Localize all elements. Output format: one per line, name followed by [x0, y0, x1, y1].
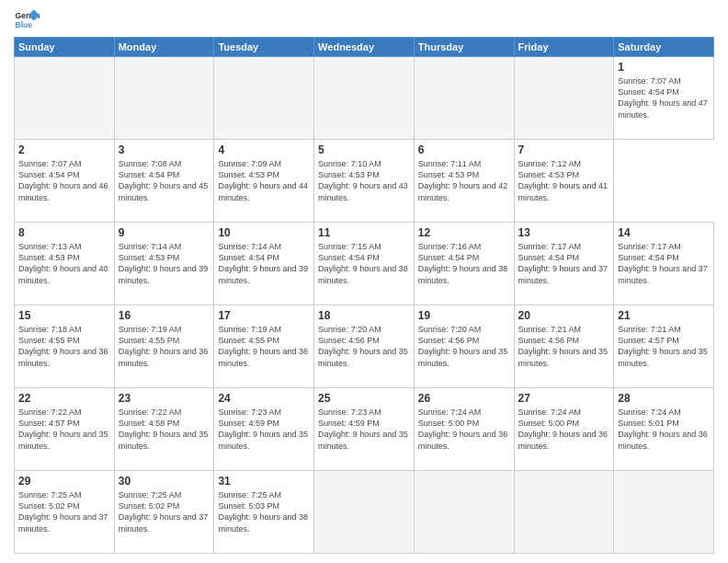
day-info: Sunrise: 7:21 AMSunset: 4:56 PMDaylight:… — [518, 324, 610, 369]
day-number: 4 — [218, 143, 310, 157]
day-number: 13 — [518, 225, 610, 240]
day-number: 19 — [418, 308, 510, 323]
calendar-day-3: 3Sunrise: 7:08 AMSunset: 4:54 PMDaylight… — [114, 140, 214, 223]
calendar-day-26: 26Sunrise: 7:24 AMSunset: 5:00 PMDayligh… — [414, 388, 514, 471]
column-header-thursday: Thursday — [414, 38, 514, 57]
day-info: Sunrise: 7:22 AMSunset: 4:58 PMDaylight:… — [119, 407, 210, 452]
day-info: Sunrise: 7:21 AMSunset: 4:57 PMDaylight:… — [618, 324, 710, 369]
calendar-day-7: 7Sunrise: 7:12 AMSunset: 4:53 PMDaylight… — [514, 140, 614, 223]
calendar-day-8: 8Sunrise: 7:13 AMSunset: 4:53 PMDaylight… — [15, 223, 115, 305]
day-number: 10 — [218, 225, 310, 240]
empty-cell — [614, 471, 714, 554]
calendar-day-9: 9Sunrise: 7:14 AMSunset: 4:53 PMDaylight… — [114, 223, 214, 305]
day-number: 2 — [18, 143, 110, 157]
day-info: Sunrise: 7:22 AMSunset: 4:57 PMDaylight:… — [18, 407, 110, 452]
day-number: 1 — [618, 60, 710, 75]
empty-cell — [114, 57, 214, 140]
header: General Blue — [14, 9, 714, 31]
column-header-sunday: Sunday — [15, 38, 115, 57]
day-number: 9 — [119, 225, 210, 240]
day-number: 24 — [218, 391, 310, 406]
day-info: Sunrise: 7:24 AMSunset: 5:00 PMDaylight:… — [418, 407, 510, 452]
day-number: 3 — [119, 143, 210, 157]
day-info: Sunrise: 7:16 AMSunset: 4:54 PMDaylight:… — [418, 241, 510, 286]
day-info: Sunrise: 7:13 AMSunset: 4:53 PMDaylight:… — [18, 241, 110, 286]
calendar-week-1: 1Sunrise: 7:07 AMSunset: 4:54 PMDaylight… — [15, 57, 714, 140]
calendar-day-17: 17Sunrise: 7:19 AMSunset: 4:55 PMDayligh… — [214, 305, 314, 388]
day-number: 8 — [18, 225, 110, 240]
day-info: Sunrise: 7:19 AMSunset: 4:55 PMDaylight:… — [218, 324, 310, 369]
empty-cell — [414, 471, 514, 554]
day-number: 23 — [119, 391, 210, 406]
day-number: 20 — [518, 308, 610, 323]
day-info: Sunrise: 7:15 AMSunset: 4:54 PMDaylight:… — [318, 241, 410, 286]
day-info: Sunrise: 7:25 AMSunset: 5:02 PMDaylight:… — [18, 489, 110, 534]
calendar-day-19: 19Sunrise: 7:20 AMSunset: 4:56 PMDayligh… — [414, 305, 514, 388]
day-number: 27 — [518, 391, 610, 406]
empty-cell — [414, 57, 514, 140]
logo: General Blue — [14, 9, 43, 31]
calendar-day-24: 24Sunrise: 7:23 AMSunset: 4:59 PMDayligh… — [214, 388, 314, 471]
calendar-day-20: 20Sunrise: 7:21 AMSunset: 4:56 PMDayligh… — [514, 305, 614, 388]
calendar-day-21: 21Sunrise: 7:21 AMSunset: 4:57 PMDayligh… — [614, 305, 714, 388]
calendar-week-6: 29Sunrise: 7:25 AMSunset: 5:02 PMDayligh… — [15, 471, 714, 554]
calendar-day-25: 25Sunrise: 7:23 AMSunset: 4:59 PMDayligh… — [314, 388, 415, 471]
calendar-week-5: 22Sunrise: 7:22 AMSunset: 4:57 PMDayligh… — [15, 388, 714, 471]
day-number: 5 — [318, 143, 410, 157]
calendar-week-4: 15Sunrise: 7:18 AMSunset: 4:55 PMDayligh… — [15, 305, 714, 388]
day-number: 14 — [618, 225, 710, 240]
empty-cell — [514, 57, 614, 140]
day-info: Sunrise: 7:24 AMSunset: 5:01 PMDaylight:… — [618, 407, 710, 452]
calendar-day-6: 6Sunrise: 7:11 AMSunset: 4:53 PMDaylight… — [414, 140, 514, 223]
day-number: 7 — [518, 143, 610, 157]
day-number: 29 — [18, 474, 110, 488]
empty-cell — [514, 471, 614, 554]
day-info: Sunrise: 7:14 AMSunset: 4:53 PMDaylight:… — [119, 241, 210, 286]
day-number: 26 — [418, 391, 510, 406]
calendar-week-3: 8Sunrise: 7:13 AMSunset: 4:53 PMDaylight… — [15, 223, 714, 305]
calendar-day-31: 31Sunrise: 7:25 AMSunset: 5:03 PMDayligh… — [214, 471, 314, 554]
empty-cell — [314, 471, 415, 554]
day-number: 18 — [318, 308, 410, 323]
day-number: 21 — [618, 308, 710, 323]
day-info: Sunrise: 7:08 AMSunset: 4:54 PMDaylight:… — [119, 158, 210, 203]
day-info: Sunrise: 7:12 AMSunset: 4:53 PMDaylight:… — [518, 158, 610, 203]
day-number: 16 — [119, 308, 210, 323]
calendar-day-18: 18Sunrise: 7:20 AMSunset: 4:56 PMDayligh… — [314, 305, 415, 388]
day-number: 22 — [18, 391, 110, 406]
calendar-header-row: SundayMondayTuesdayWednesdayThursdayFrid… — [15, 38, 714, 57]
empty-cell — [15, 57, 115, 140]
day-info: Sunrise: 7:24 AMSunset: 5:00 PMDaylight:… — [518, 407, 610, 452]
calendar-day-4: 4Sunrise: 7:09 AMSunset: 4:53 PMDaylight… — [214, 140, 314, 223]
calendar-table: SundayMondayTuesdayWednesdayThursdayFrid… — [14, 37, 714, 554]
day-info: Sunrise: 7:10 AMSunset: 4:53 PMDaylight:… — [318, 158, 410, 203]
logo-icon: General Blue — [14, 9, 40, 31]
day-number: 11 — [318, 225, 410, 240]
day-info: Sunrise: 7:14 AMSunset: 4:54 PMDaylight:… — [218, 241, 310, 286]
day-info: Sunrise: 7:25 AMSunset: 5:03 PMDaylight:… — [218, 489, 310, 534]
day-info: Sunrise: 7:23 AMSunset: 4:59 PMDaylight:… — [218, 407, 310, 452]
calendar-day-23: 23Sunrise: 7:22 AMSunset: 4:58 PMDayligh… — [114, 388, 214, 471]
day-number: 15 — [18, 308, 110, 323]
day-number: 28 — [618, 391, 710, 406]
empty-cell — [314, 57, 415, 140]
day-info: Sunrise: 7:07 AMSunset: 4:54 PMDaylight:… — [18, 158, 110, 203]
svg-text:Blue: Blue — [16, 20, 33, 29]
day-info: Sunrise: 7:09 AMSunset: 4:53 PMDaylight:… — [218, 158, 310, 203]
day-info: Sunrise: 7:11 AMSunset: 4:53 PMDaylight:… — [418, 158, 510, 203]
day-number: 12 — [418, 225, 510, 240]
calendar-day-22: 22Sunrise: 7:22 AMSunset: 4:57 PMDayligh… — [15, 388, 115, 471]
column-header-tuesday: Tuesday — [214, 38, 314, 57]
day-info: Sunrise: 7:17 AMSunset: 4:54 PMDaylight:… — [618, 241, 710, 286]
day-info: Sunrise: 7:18 AMSunset: 4:55 PMDaylight:… — [18, 324, 110, 369]
calendar-day-29: 29Sunrise: 7:25 AMSunset: 5:02 PMDayligh… — [15, 471, 115, 554]
calendar-day-2: 2Sunrise: 7:07 AMSunset: 4:54 PMDaylight… — [15, 140, 115, 223]
day-number: 31 — [218, 474, 310, 488]
day-number: 30 — [119, 474, 210, 488]
calendar-day-10: 10Sunrise: 7:14 AMSunset: 4:54 PMDayligh… — [214, 223, 314, 305]
calendar-day-12: 12Sunrise: 7:16 AMSunset: 4:54 PMDayligh… — [414, 223, 514, 305]
day-info: Sunrise: 7:20 AMSunset: 4:56 PMDaylight:… — [318, 324, 410, 369]
empty-cell — [214, 57, 314, 140]
calendar-day-15: 15Sunrise: 7:18 AMSunset: 4:55 PMDayligh… — [15, 305, 115, 388]
day-number: 6 — [418, 143, 510, 157]
